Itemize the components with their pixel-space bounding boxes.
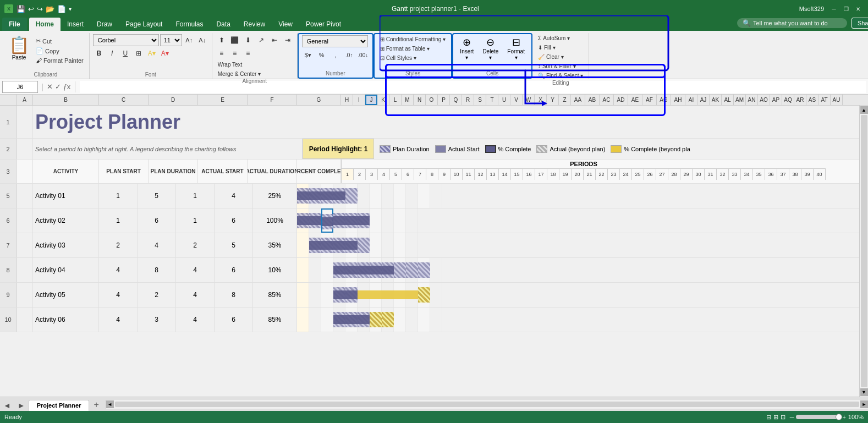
col-header-AS[interactable]: AS — [806, 95, 818, 105]
tab-draw[interactable]: Draw — [90, 18, 119, 31]
tab-review[interactable]: Review — [237, 18, 272, 31]
cell-B6[interactable]: Activity 02 — [33, 208, 99, 233]
cell-E10[interactable]: 4 — [176, 307, 215, 332]
period-25[interactable]: 25 — [632, 169, 644, 180]
cell-D8[interactable]: 8 — [138, 258, 176, 282]
col-header-AC[interactable]: AC — [600, 95, 614, 105]
col-header-H[interactable]: H — [341, 95, 353, 105]
period-24[interactable]: 24 — [620, 169, 632, 180]
format-as-table-button[interactable]: ⊞ Format as Table ▾ — [378, 45, 432, 53]
cell-A2[interactable] — [17, 139, 33, 159]
gantt-cell-10-6[interactable] — [358, 307, 370, 332]
zoom-slider[interactable] — [796, 415, 840, 419]
gantt-cell-6-1[interactable] — [297, 208, 309, 233]
align-middle-button[interactable]: ⬛ — [229, 34, 241, 46]
gantt-cell-8-11[interactable] — [418, 258, 430, 282]
period-34[interactable]: 34 — [741, 169, 753, 180]
cut-button[interactable]: ✂ Cut — [34, 36, 86, 46]
col-header-G[interactable]: G — [297, 95, 341, 105]
period-22[interactable]: 22 — [596, 169, 608, 180]
col-header-AH[interactable]: AH — [671, 95, 685, 105]
cell-C9[interactable]: 4 — [99, 283, 138, 307]
col-header-AN[interactable]: AN — [746, 95, 758, 105]
gantt-cell-6-3-selected[interactable] — [321, 208, 333, 233]
period-29[interactable]: 29 — [680, 169, 693, 180]
italic-button[interactable]: I — [106, 47, 118, 59]
tab-power-pivot[interactable]: Power Pivot — [299, 18, 348, 31]
gantt-cell-9-3[interactable] — [321, 283, 333, 307]
cell-B9[interactable]: Activity 05 — [33, 283, 99, 307]
period-36[interactable]: 36 — [765, 169, 777, 180]
col-header-AB[interactable]: AB — [585, 95, 600, 105]
gantt-cell-10-1[interactable] — [297, 307, 309, 332]
col-header-M[interactable]: M — [402, 95, 414, 105]
h-scroll-thumb[interactable] — [115, 402, 859, 407]
scroll-right-button[interactable]: ► — [860, 400, 868, 408]
tab-view[interactable]: View — [272, 18, 299, 31]
period-5[interactable]: 5 — [390, 169, 402, 180]
sheet-scroll-area[interactable]: 1 Project Planner 2 Select a period to h… — [0, 106, 859, 397]
gantt-cell-10-11[interactable] — [418, 307, 430, 332]
period-12[interactable]: 12 — [475, 169, 487, 180]
page-layout-button[interactable]: ⊡ — [781, 414, 785, 421]
cell-B1[interactable]: Project Planner — [33, 106, 363, 138]
format-cells-button[interactable]: ⊟ Format ▾ — [504, 35, 528, 62]
wrap-text-button[interactable]: Wrap Text — [216, 61, 245, 69]
tab-data[interactable]: Data — [210, 18, 237, 31]
cell-D6[interactable]: 6 — [138, 208, 176, 233]
col-header-X[interactable]: X — [535, 95, 547, 105]
gantt-cell-10-7[interactable] — [370, 307, 382, 332]
gantt-cell-8-6[interactable] — [358, 258, 370, 282]
col-header-AR[interactable]: AR — [794, 95, 806, 105]
undo-button[interactable]: ↩ — [28, 5, 34, 13]
gantt-cell-5-5[interactable] — [345, 184, 358, 208]
cell-D7[interactable]: 4 — [138, 233, 176, 257]
formula-input[interactable] — [80, 81, 866, 93]
gantt-cell-5-6[interactable] — [358, 184, 370, 208]
insert-function-icon[interactable]: ƒx — [63, 83, 71, 91]
gantt-cell-6-9[interactable] — [394, 208, 406, 233]
cell-C8[interactable]: 4 — [99, 258, 138, 282]
gantt-cell-5-11[interactable] — [418, 184, 430, 208]
col-header-AT[interactable]: AT — [818, 95, 831, 105]
cell-F5[interactable]: 4 — [215, 184, 253, 208]
col-header-D[interactable]: D — [149, 95, 198, 105]
period-19[interactable]: 19 — [559, 169, 572, 180]
gantt-cell-9-8[interactable] — [382, 283, 394, 307]
font-color-button[interactable]: A▾ — [159, 47, 171, 59]
sort-filter-button[interactable]: ↕ Sort & Filter ▾ — [536, 62, 578, 70]
col-header-AL[interactable]: AL — [722, 95, 734, 105]
gantt-cell-5-9[interactable] — [394, 184, 406, 208]
col-header-S[interactable]: S — [474, 95, 486, 105]
gantt-cell-7-2[interactable] — [309, 233, 321, 257]
cell-B10[interactable]: Activity 06 — [33, 307, 99, 332]
percent-button[interactable]: % — [316, 49, 328, 61]
scroll-thumb[interactable] — [861, 115, 867, 387]
zoom-out-button[interactable]: ─ — [790, 414, 794, 420]
period-3[interactable]: 3 — [366, 169, 378, 180]
gantt-cell-5-2[interactable] — [309, 184, 321, 208]
period-35[interactable]: 35 — [753, 169, 765, 180]
sheet-nav-right[interactable]: ► — [14, 399, 29, 411]
col-header-AO[interactable]: AO — [758, 95, 770, 105]
restore-button[interactable]: ❐ — [840, 5, 851, 13]
sheet-tab-project-planner[interactable]: Project Planner — [29, 400, 90, 411]
col-header-T[interactable]: T — [486, 95, 498, 105]
orientation-button[interactable]: ↗ — [255, 34, 267, 46]
tab-formulas[interactable]: Formulas — [169, 18, 210, 31]
align-top-button[interactable]: ⬆ — [216, 34, 228, 46]
col-header-E[interactable]: E — [198, 95, 248, 105]
cell-E5[interactable]: 1 — [176, 184, 215, 208]
gantt-cell-10-5[interactable] — [345, 307, 358, 332]
cell-G5[interactable]: 25% — [253, 184, 297, 208]
comma-button[interactable]: , — [329, 49, 342, 61]
confirm-formula-icon[interactable]: ✓ — [55, 83, 61, 91]
align-center-button[interactable]: ≡ — [229, 47, 241, 59]
cell-D9[interactable]: 2 — [138, 283, 176, 307]
period-13[interactable]: 13 — [487, 169, 499, 180]
open-button[interactable]: 📂 — [46, 5, 54, 13]
zoom-in-button[interactable]: + — [842, 414, 845, 420]
col-header-Q[interactable]: Q — [450, 95, 462, 105]
cell-A8[interactable] — [17, 258, 33, 282]
cell-reference-input[interactable] — [2, 81, 38, 93]
